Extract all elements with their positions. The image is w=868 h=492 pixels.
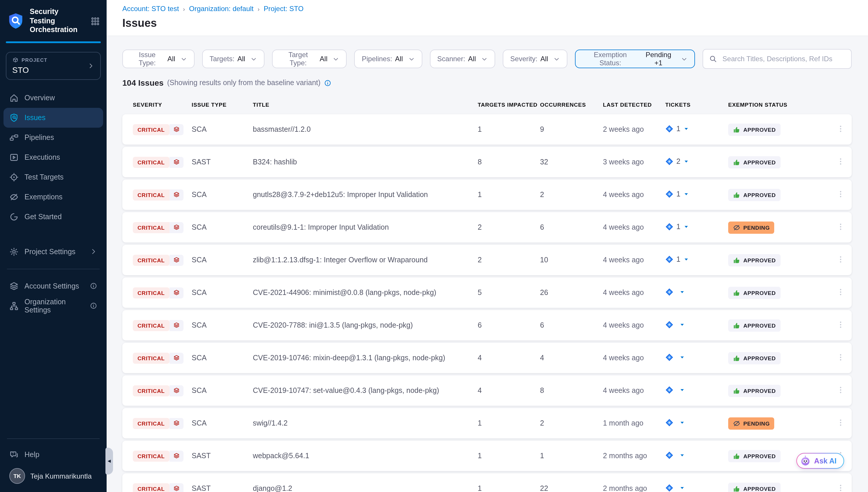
ticket-dropdown[interactable] [665, 353, 685, 361]
issue-title: swig//1.4.2 [253, 419, 478, 427]
issue-row[interactable]: CRITICAL SCA CVE-2019-10746: mixin-deep@… [122, 343, 852, 373]
filter-exemption-status[interactable]: Exemption Status: Pending +1 [575, 50, 695, 68]
kebab-menu-icon[interactable] [837, 352, 845, 362]
sidebar-item-overview[interactable]: Overview [3, 88, 103, 108]
jira-icon [665, 288, 674, 296]
issue-type: SCA [192, 321, 253, 329]
help-chat-icon: ? [9, 450, 19, 459]
severity-badge: CRITICAL [133, 124, 169, 135]
sidebar-item-test-targets[interactable]: Test Targets [3, 167, 103, 187]
kebab-menu-icon[interactable] [837, 222, 845, 231]
app-logo-shield-icon [7, 13, 24, 30]
filter-scanner[interactable]: Scanner: All [430, 50, 495, 68]
filter-pipelines[interactable]: Pipelines: All [354, 50, 422, 68]
status-label: APPROVED [743, 126, 776, 132]
issue-row[interactable]: CRITICAL SAST B324: hashlib 8 32 3 weeks… [122, 147, 852, 177]
ticket-dropdown[interactable]: 1 [665, 222, 689, 230]
kebab-menu-icon[interactable] [837, 156, 845, 166]
ticket-dropdown[interactable] [665, 418, 685, 426]
issue-row[interactable]: CRITICAL SCA swig//1.4.2 1 2 1 month ago… [122, 408, 852, 438]
status-label: APPROVED [743, 159, 776, 165]
issue-type: SCA [192, 125, 253, 133]
organization-settings-icon [9, 301, 19, 311]
sidebar-item-pipelines[interactable]: Pipelines [3, 128, 103, 147]
module-grid-icon[interactable] [91, 17, 100, 26]
ticket-dropdown[interactable]: 1 [665, 190, 689, 198]
project-selector[interactable]: PROJECT STO [6, 52, 101, 80]
jira-icon [665, 320, 674, 328]
ticket-dropdown[interactable]: 1 [665, 255, 689, 263]
ticket-dropdown[interactable]: 2 [665, 157, 689, 165]
ticket-dropdown[interactable]: 1 [665, 124, 689, 132]
kebab-menu-icon[interactable] [837, 385, 845, 394]
filter-issue-type[interactable]: Issue Type: All [122, 50, 194, 68]
kebab-menu-icon[interactable] [837, 124, 845, 133]
ticket-dropdown[interactable] [665, 386, 685, 394]
kebab-menu-icon[interactable] [837, 320, 845, 329]
eye-slash-icon [733, 419, 740, 427]
breadcrumb-project-link[interactable]: Project: STO [264, 5, 304, 13]
issue-title: CVE-2020-7788: ini@1.3.5 (lang-pkgs, nod… [253, 321, 478, 329]
page-title: Issues [122, 17, 852, 30]
info-icon[interactable] [90, 302, 97, 310]
issue-row[interactable]: CRITICAL SCA CVE-2020-7788: ini@1.3.5 (l… [122, 310, 852, 340]
issue-row[interactable]: CRITICAL SAST webpack@5.64.1 1 1 2 month… [122, 441, 852, 471]
kebab-menu-icon[interactable] [837, 287, 845, 296]
sidebar-item-project-settings[interactable]: Project Settings [3, 242, 103, 262]
ask-ai-button[interactable]: Ask AI [796, 453, 844, 469]
issue-row[interactable]: CRITICAL SCA coreutils@9.1-1: Improper I… [122, 212, 852, 243]
severity-badge: CRITICAL [133, 222, 169, 233]
chevron-down-icon [681, 56, 687, 62]
kebab-menu-icon[interactable] [837, 483, 845, 492]
filter-target-type[interactable]: Target Type: All [272, 50, 347, 68]
status-label: APPROVED [743, 322, 776, 328]
sidebar-item-account-settings[interactable]: Account Settings [3, 276, 103, 296]
issue-row[interactable]: CRITICAL SCA bassmaster//1.2.0 1 9 2 wee… [122, 114, 852, 145]
targets-impacted-value: 1 [478, 191, 540, 199]
ticket-dropdown[interactable] [665, 451, 685, 459]
svg-text:?: ? [12, 451, 14, 456]
info-icon[interactable] [324, 79, 332, 87]
ticket-count: 1 [676, 255, 680, 263]
sidebar-item-help[interactable]: ? Help [3, 445, 103, 465]
issue-row[interactable]: CRITICAL SAST django@1.2 1 22 2 months a… [122, 473, 852, 492]
severity-badge: CRITICAL [133, 418, 169, 429]
occurrences-value: 6 [540, 223, 603, 231]
issue-row[interactable]: CRITICAL SCA gnutls28@3.7.9-2+deb12u5: I… [122, 179, 852, 210]
grouped-issues-segment [169, 418, 183, 429]
ticket-count: 1 [676, 190, 680, 198]
filter-value: All [395, 55, 403, 63]
issue-title: CVE-2019-10747: set-value@0.4.3 (lang-pk… [253, 387, 478, 395]
main-area: Account: STO test › Organization: defaul… [107, 0, 868, 492]
kebab-menu-icon[interactable] [837, 418, 845, 427]
user-name: Teja Kummarikuntla [30, 472, 92, 480]
status-label: PENDING [743, 224, 770, 230]
thumbs-up-icon [733, 158, 740, 166]
breadcrumb-account-link[interactable]: Account: STO test [122, 5, 179, 13]
sidebar-item-executions[interactable]: Executions [3, 147, 103, 167]
last-detected-value: 1 month ago [603, 419, 665, 427]
issue-row[interactable]: CRITICAL SCA CVE-2019-10747: set-value@0… [122, 375, 852, 406]
last-detected-value: 4 weeks ago [603, 223, 665, 231]
status-label: PENDING [743, 420, 770, 426]
sidebar-collapse-handle[interactable]: ◀ [105, 448, 113, 474]
ticket-dropdown[interactable] [665, 320, 685, 328]
breadcrumb-organization-link[interactable]: Organization: default [189, 5, 254, 13]
sidebar-item-get-started[interactable]: Get Started [3, 207, 103, 227]
sidebar-item-exemptions[interactable]: Exemptions [3, 187, 103, 207]
filter-severity[interactable]: Severity: All [503, 50, 568, 68]
sidebar-item-issues[interactable]: Issues [3, 108, 103, 128]
issue-row[interactable]: CRITICAL SCA zlib@1:1.2.13.dfsg-1: Integ… [122, 245, 852, 275]
sidebar-item-organization-settings[interactable]: Organization Settings [3, 296, 103, 316]
layers-icon [173, 224, 180, 231]
cube-icon [12, 57, 19, 64]
info-icon[interactable] [90, 282, 97, 290]
user-menu[interactable]: TK Teja Kummarikuntla [3, 465, 103, 486]
ticket-dropdown[interactable] [665, 484, 685, 492]
ticket-dropdown[interactable] [665, 288, 685, 296]
kebab-menu-icon[interactable] [837, 254, 845, 264]
search-input[interactable] [721, 54, 845, 64]
filter-targets[interactable]: Targets: All [202, 50, 264, 68]
kebab-menu-icon[interactable] [837, 189, 845, 198]
issue-row[interactable]: CRITICAL SCA CVE-2021-44906: minimist@0.… [122, 277, 852, 308]
